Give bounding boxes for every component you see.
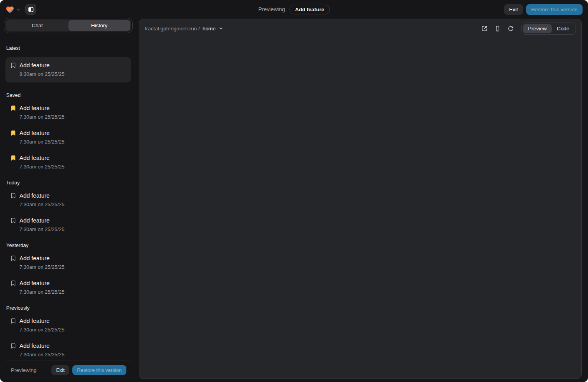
top-bar: Previewing Add feature Exit Restore this…	[0, 0, 588, 19]
panel-left-icon	[28, 7, 34, 12]
chevron-down-icon	[219, 26, 223, 31]
section-items: Add feature 8:30am on 25/25/25	[5, 57, 131, 82]
history-item-time: 7:30am on 25/25/25	[19, 226, 65, 233]
history-item[interactable]: Add feature 7:30am on 25/25/25	[5, 217, 131, 233]
tab-history[interactable]: History	[68, 20, 131, 31]
toggle-preview[interactable]: Preview	[523, 24, 552, 33]
history-item-title: Add feature	[19, 342, 65, 349]
history-item[interactable]: Add feature 7:30am on 25/25/25	[5, 104, 131, 120]
previewing-label: Previewing	[258, 6, 285, 12]
history-item-title: Add feature	[19, 154, 65, 161]
workspace-menu[interactable]	[5, 5, 21, 14]
top-actions: Exit Restore this version	[504, 4, 583, 15]
external-link-icon	[481, 26, 487, 32]
sidebar-tabs: Chat History	[5, 19, 131, 32]
section-title: Previously	[6, 305, 130, 311]
history-item[interactable]: Add feature 7:30am on 25/25/25	[5, 254, 131, 270]
bookmark-icon	[10, 193, 16, 199]
history-item-time: 7:30am on 25/25/25	[19, 139, 65, 145]
history-item-time: 7:30am on 25/25/25	[19, 352, 65, 358]
toggle-code[interactable]: Code	[552, 24, 574, 33]
history-item-title: Add feature	[19, 254, 65, 262]
preview-actions: Preview Code	[476, 23, 576, 35]
section-title: Saved	[6, 92, 130, 98]
footer-exit-button[interactable]: Exit	[51, 365, 69, 375]
footer-previewing-label: Previewing	[11, 367, 37, 373]
bookmark-icon	[10, 318, 16, 324]
history-item[interactable]: Add feature 7:30am on 25/25/25	[5, 129, 131, 145]
bookmark-icon	[10, 343, 16, 349]
history-item[interactable]: Add feature 7:30am on 25/25/25	[5, 317, 131, 333]
history-item-time: 7:30am on 25/25/25	[19, 264, 65, 270]
bookmark-icon	[10, 105, 16, 111]
section-items: Add feature 7:30am on 25/25/25 Add featu…	[5, 192, 131, 233]
tab-chat[interactable]: Chat	[6, 20, 68, 31]
bookmark-icon	[10, 217, 16, 224]
bookmark-icon	[10, 280, 16, 286]
bookmark-icon	[10, 255, 16, 261]
history-item-title: Add feature	[19, 104, 65, 112]
history-section: Today Add feature 7:30am on 25/25/25 Add…	[5, 180, 131, 233]
sidebar-footer: Previewing Exit Restore this version	[5, 361, 131, 379]
bookmark-icon	[10, 130, 16, 136]
history-item-time: 7:30am on 25/25/25	[19, 327, 65, 333]
history-item-time: 8:30am on 25/25/25	[19, 71, 65, 77]
refresh-button[interactable]	[506, 23, 516, 33]
history-item[interactable]: Add feature 7:30am on 25/25/25	[5, 342, 131, 358]
chevron-down-icon	[16, 7, 21, 12]
exit-button[interactable]: Exit	[504, 4, 523, 15]
section-items: Add feature 7:30am on 25/25/25 Add featu…	[5, 104, 131, 170]
url-prefix: fractal.gptengineer.run /	[145, 26, 200, 32]
section-title: Yesterday	[6, 242, 130, 248]
lovable-heart-logo	[5, 5, 14, 14]
history-item-time: 7:30am on 25/25/25	[19, 164, 65, 170]
history-list: Latest Add feature 8:30am on 25/25/25 Sa…	[5, 39, 131, 361]
section-title: Latest	[6, 45, 130, 51]
footer-restore-version-button[interactable]: Restore this version	[72, 365, 126, 375]
url-page: home	[203, 26, 216, 32]
preview-header: fractal.gptengineer.run / home	[139, 19, 581, 38]
view-toggle: Preview Code	[522, 23, 576, 35]
restore-version-button[interactable]: Restore this version	[526, 4, 583, 15]
history-item[interactable]: Add feature 7:30am on 25/25/25	[5, 154, 131, 170]
sidebar: Chat History Latest Add feature 8:30am o…	[5, 19, 131, 379]
history-item[interactable]: Add feature 8:30am on 25/25/25	[5, 57, 131, 82]
toggle-sidebar-button[interactable]	[25, 4, 36, 15]
history-item-title: Add feature	[19, 129, 65, 137]
history-section: Saved Add feature 7:30am on 25/25/25 Add…	[5, 92, 131, 170]
history-section: Yesterday Add feature 7:30am on 25/25/25…	[5, 242, 131, 295]
history-item[interactable]: Add feature 7:30am on 25/25/25	[5, 279, 131, 295]
preview-panel: fractal.gptengineer.run / home	[139, 19, 582, 379]
preview-status: Previewing Add feature	[258, 5, 330, 14]
history-item-time: 7:30am on 25/25/25	[19, 202, 65, 208]
mobile-view-button[interactable]	[493, 23, 503, 33]
route-selector[interactable]: fractal.gptengineer.run / home	[145, 26, 223, 32]
section-items: Add feature 7:30am on 25/25/25 Add featu…	[5, 254, 131, 295]
history-item-time: 7:30am on 25/25/25	[19, 114, 65, 120]
history-item-title: Add feature	[19, 217, 65, 224]
history-item[interactable]: Add feature 7:30am on 25/25/25	[5, 192, 131, 208]
history-item-title: Add feature	[19, 317, 65, 324]
open-external-button[interactable]	[480, 23, 490, 33]
app-window: Previewing Add feature Exit Restore this…	[0, 0, 588, 382]
history-item-title: Add feature	[19, 61, 65, 69]
smartphone-icon	[495, 26, 500, 32]
history-section: Latest Add feature 8:30am on 25/25/25	[5, 45, 131, 82]
history-item-title: Add feature	[19, 192, 65, 199]
bookmark-icon	[10, 62, 16, 68]
history-item-time: 7:30am on 25/25/25	[19, 289, 65, 295]
version-badge: Add feature	[290, 5, 330, 14]
refresh-icon	[508, 26, 514, 32]
history-item-title: Add feature	[19, 279, 65, 287]
section-items: Add feature 7:30am on 25/25/25 Add featu…	[5, 317, 131, 358]
bookmark-icon	[10, 155, 16, 161]
section-title: Today	[6, 180, 130, 186]
history-section: Previously Add feature 7:30am on 25/25/2…	[5, 305, 131, 358]
